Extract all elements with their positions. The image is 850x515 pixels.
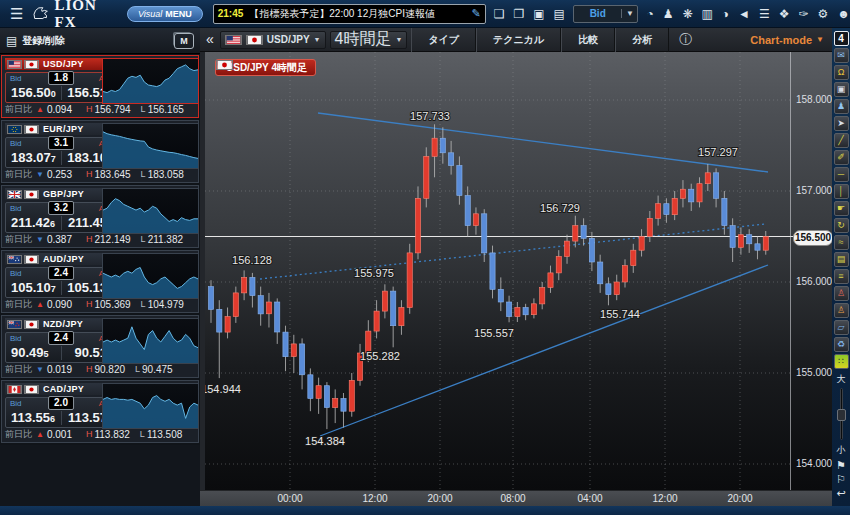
bid-price[interactable]: 90.495 [11, 345, 49, 360]
pair-name: GBP/JPY [43, 189, 84, 199]
trader-icon[interactable]: ♟ [663, 8, 674, 20]
quote-box[interactable]: Bid 1.8 Ask 156.500 156.518 [5, 72, 117, 103]
high-low-group: H 113.832 L 113.508 [86, 429, 182, 440]
pair-name-strip[interactable]: GBP/JPY [5, 188, 117, 200]
import-page-icon[interactable]: ❐ [514, 8, 525, 20]
collapse-panel-icon[interactable]: « [206, 31, 214, 47]
fib-pointer-icon[interactable]: ☛ [834, 201, 849, 216]
price-axis[interactable]: 158.000157.000156.000155.000154.000156.5… [790, 52, 832, 490]
chart-mode-selector[interactable]: Chart-mode ▼ [750, 34, 824, 46]
quote-box[interactable]: Bid 2.0 Ask 113.556 113.576 [5, 397, 117, 428]
flag-icon[interactable]: ⚐ [836, 474, 846, 485]
svg-text:154.944: 154.944 [205, 383, 241, 395]
jp-flag-icon [24, 250, 39, 268]
spread-value: 1.8 [48, 71, 74, 85]
visual-menu-button[interactable]: VisualMENU [127, 6, 203, 22]
comment-icon[interactable]: ▣ [834, 82, 849, 97]
news-edit-icon[interactable]: ✎ [472, 7, 481, 20]
hatch-icon[interactable]: ▤ [834, 252, 849, 267]
print-icon[interactable]: ▤ [554, 8, 565, 20]
quote-box[interactable]: Bid 3.2 Ask 211.426 211.458 [5, 202, 117, 233]
zoom-slider-thumb[interactable] [837, 409, 846, 421]
alarm-bell-icon[interactable]: Ω [834, 65, 849, 80]
vertical-line-icon[interactable]: │ [834, 184, 849, 199]
pair-name-strip[interactable]: AUD/JPY [5, 253, 117, 265]
bid-ask-selector[interactable]: Bid ▼ [573, 5, 638, 23]
user-search-icon[interactable]: ☻ [837, 8, 850, 20]
timeframe-selector[interactable]: 4時間足 ▼ [330, 31, 408, 49]
pair-tile-gbp-jpy[interactable]: GBP/JPY Bid 3.2 Ask 211.426 211.458 前日比 … [1, 185, 199, 248]
export-page-icon[interactable]: ❏ [494, 8, 505, 20]
users-icon[interactable]: ♟ [834, 99, 849, 114]
pair-tile-nzd-jpy[interactable]: NZD/JPY Bid 2.4 Ask 90.495 90.519 前日比 ▼ … [1, 315, 199, 378]
register-list-icon[interactable]: ▤ [6, 34, 17, 48]
chevron-down-icon: ▼ [395, 36, 402, 43]
horizontal-line-icon[interactable]: ─ [834, 167, 849, 182]
eraser-icon[interactable]: ▱ [834, 320, 849, 335]
high-low-group: H 156.794 L 156.165 [86, 104, 184, 115]
pair-tile-usd-jpy[interactable]: USD/JPY Bid 1.8 Ask 156.500 156.518 前日比 … [1, 55, 199, 118]
flower-icon[interactable]: ❋ [682, 8, 692, 20]
quote-box[interactable]: Bid 3.1 Ask 183.077 183.108 [5, 137, 117, 168]
trash-icon[interactable]: ♻ [834, 337, 849, 352]
pair-name-strip[interactable]: USD/JPY [5, 58, 117, 70]
pivot-red-icon[interactable]: ♙ [834, 286, 849, 301]
candlestick-chart[interactable]: 157.733157.297156.729156.128155.975155.5… [205, 52, 832, 490]
pair-tile-aud-jpy[interactable]: AUD/JPY Bid 2.4 Ask 105.107 105.131 前日比 … [1, 250, 199, 313]
analysis-button[interactable]: 分析 [615, 28, 669, 52]
mini-window-button[interactable]: M [174, 33, 194, 49]
chart-panel: « USD/JPY ▼ 4時間足 ▼ タイプ テクニカル 比較 分析 ⓘ Cha… [200, 28, 850, 506]
megaphone-icon[interactable]: ◄ [738, 8, 750, 20]
quote-box[interactable]: Bid 2.4 Ask 90.495 90.519 [5, 332, 117, 363]
info-icon[interactable]: ⓘ [679, 31, 692, 49]
sparkline-chart [102, 253, 199, 299]
bid-price[interactable]: 211.426 [11, 215, 55, 230]
chart-type-button[interactable]: タイプ [411, 28, 476, 52]
settings-gear-icon[interactable]: ⚙ [818, 8, 829, 20]
window-count-button[interactable]: 4 [834, 31, 849, 46]
save-icon[interactable]: ▣ [533, 8, 544, 20]
news-list-icon[interactable]: ☰ [759, 8, 770, 20]
change-value: 0.019 [47, 364, 72, 375]
price-tick-label: 155.000 [796, 367, 832, 378]
columns-chart-icon[interactable]: ▥ [702, 8, 713, 20]
bid-price[interactable]: 156.500 [11, 85, 56, 100]
chart-pair-selector[interactable]: USD/JPY ▼ [220, 31, 326, 49]
bid-price[interactable]: 183.077 [11, 150, 56, 165]
pivot-orange-icon[interactable]: ♙ [834, 303, 849, 318]
pair-name-strip[interactable]: EUR/JPY [5, 123, 117, 135]
fib-lines-icon[interactable]: ≡ [834, 269, 849, 284]
chart-canvas[interactable]: 157.733157.297156.729156.128155.975155.5… [205, 52, 832, 490]
zigzag-icon[interactable]: ≈ [834, 235, 849, 250]
flag-add-icon[interactable]: ⚑ [836, 460, 846, 471]
circle-draw-icon[interactable]: ↻ [834, 218, 849, 233]
chart-mail-icon[interactable]: ✉ [834, 48, 849, 63]
clock-pie-icon[interactable]: ◑ [722, 8, 729, 20]
hamburger-menu-icon[interactable]: ☰ [10, 5, 23, 23]
news-ticker[interactable]: 21:45 【指標発表予定】22:00 12月独CPI速報値 ✎ [213, 4, 486, 24]
time-tick-label: 12:00 [652, 493, 677, 504]
gauge-icon[interactable]: ◔ [646, 8, 653, 20]
compare-button[interactable]: 比較 [561, 28, 615, 52]
pair-tile-eur-jpy[interactable]: EUR/JPY Bid 3.1 Ask 183.077 183.108 前日比 … [1, 120, 199, 183]
pair-tile-cad-jpy[interactable]: CAD/JPY Bid 2.0 Ask 113.556 113.576 前日比 … [1, 380, 199, 443]
cursor-icon[interactable]: ➤ [834, 116, 849, 131]
time-axis[interactable]: 00:0012:0020:0008:0004:0012:0020:00 [200, 490, 832, 506]
technical-button[interactable]: テクニカル [476, 28, 561, 52]
svg-text:155.557: 155.557 [474, 327, 514, 339]
paint-roller-icon[interactable]: ✑ [799, 8, 809, 20]
quote-divider [61, 346, 62, 360]
undo-icon[interactable]: ↩ [836, 488, 845, 499]
screen-share-icon[interactable]: ❖ [779, 8, 790, 20]
segment-icon[interactable]: ✐ [834, 150, 849, 165]
zoom-slider[interactable] [837, 388, 846, 440]
pair-name-strip[interactable]: NZD/JPY [5, 318, 117, 330]
quote-box[interactable]: Bid 2.4 Ask 105.107 105.131 [5, 267, 117, 298]
high-value: 105.369 [94, 299, 130, 310]
pair-name-strip[interactable]: CAD/JPY [5, 383, 117, 395]
bid-price[interactable]: 113.556 [11, 410, 55, 425]
pair-name: NZD/JPY [43, 319, 83, 329]
bid-price[interactable]: 105.107 [11, 280, 56, 295]
trend-line-icon[interactable]: ╱ [834, 133, 849, 148]
log-cross-icon[interactable]: ∷ [834, 354, 849, 369]
